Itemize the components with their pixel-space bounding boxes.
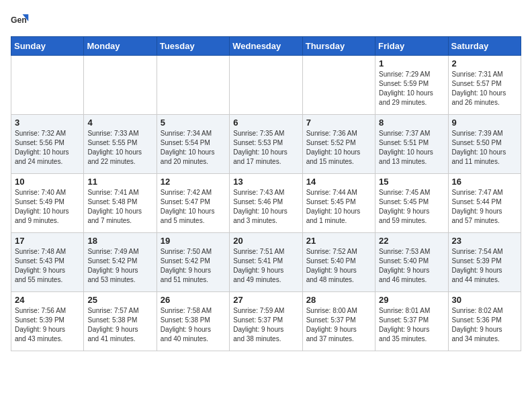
day-number: 17 [15,236,80,246]
day-info: Sunrise: 7:37 AM Sunset: 5:51 PM Dayligh… [379,129,444,167]
calendar-cell: 11Sunrise: 7:41 AM Sunset: 5:48 PM Dayli… [84,174,157,233]
day-number: 28 [306,295,371,305]
day-number: 19 [161,236,226,246]
calendar-cell [157,56,229,115]
day-info: Sunrise: 7:34 AM Sunset: 5:54 PM Dayligh… [161,129,226,167]
day-info: Sunrise: 8:00 AM Sunset: 5:37 PM Dayligh… [306,306,371,344]
day-info: Sunrise: 7:43 AM Sunset: 5:46 PM Dayligh… [233,188,298,226]
calendar-table: SundayMondayTuesdayWednesdayThursdayFrid… [11,36,521,351]
weekday-header: Sunday [11,37,84,56]
calendar-cell: 12Sunrise: 7:42 AM Sunset: 5:47 PM Dayli… [157,174,229,233]
page-header: Gen [11,11,521,30]
day-number: 12 [161,177,226,187]
day-info: Sunrise: 7:51 AM Sunset: 5:41 PM Dayligh… [233,247,298,285]
calendar-cell: 29Sunrise: 8:01 AM Sunset: 5:37 PM Dayli… [375,292,448,351]
day-info: Sunrise: 7:40 AM Sunset: 5:49 PM Dayligh… [15,188,80,226]
calendar-cell: 28Sunrise: 8:00 AM Sunset: 5:37 PM Dayli… [302,292,375,351]
svg-text:Gen: Gen [11,15,27,25]
calendar-cell: 25Sunrise: 7:57 AM Sunset: 5:38 PM Dayli… [84,292,157,351]
day-info: Sunrise: 7:42 AM Sunset: 5:47 PM Dayligh… [161,188,226,226]
calendar-week-row: 1Sunrise: 7:29 AM Sunset: 5:59 PM Daylig… [11,56,521,115]
day-number: 1 [379,58,444,68]
calendar-cell: 3Sunrise: 7:32 AM Sunset: 5:56 PM Daylig… [11,115,84,174]
day-info: Sunrise: 7:32 AM Sunset: 5:56 PM Dayligh… [15,129,80,167]
day-info: Sunrise: 7:54 AM Sunset: 5:39 PM Dayligh… [452,247,517,285]
calendar-body: 1Sunrise: 7:29 AM Sunset: 5:59 PM Daylig… [11,56,521,351]
calendar-cell [11,56,84,115]
logo: Gen [11,11,32,30]
day-number: 23 [452,236,517,246]
day-number: 14 [306,177,371,187]
calendar-cell: 20Sunrise: 7:51 AM Sunset: 5:41 PM Dayli… [230,233,302,292]
calendar-cell: 22Sunrise: 7:53 AM Sunset: 5:40 PM Dayli… [375,233,448,292]
day-number: 2 [452,58,517,68]
day-number: 6 [233,118,298,128]
day-info: Sunrise: 7:53 AM Sunset: 5:40 PM Dayligh… [379,247,444,285]
calendar-cell: 1Sunrise: 7:29 AM Sunset: 5:59 PM Daylig… [375,56,448,115]
weekday-header: Friday [375,37,448,56]
calendar-cell: 2Sunrise: 7:31 AM Sunset: 5:57 PM Daylig… [448,56,521,115]
day-info: Sunrise: 7:29 AM Sunset: 5:59 PM Dayligh… [379,70,444,107]
weekday-header: Tuesday [157,37,229,56]
day-info: Sunrise: 7:44 AM Sunset: 5:45 PM Dayligh… [306,188,371,226]
day-info: Sunrise: 7:59 AM Sunset: 5:37 PM Dayligh… [233,306,298,344]
day-info: Sunrise: 7:39 AM Sunset: 5:50 PM Dayligh… [452,129,517,167]
day-number: 20 [233,236,298,246]
day-number: 4 [87,118,152,128]
calendar-cell: 6Sunrise: 7:35 AM Sunset: 5:53 PM Daylig… [230,115,302,174]
calendar-week-row: 3Sunrise: 7:32 AM Sunset: 5:56 PM Daylig… [11,115,521,174]
day-number: 16 [452,177,517,187]
day-info: Sunrise: 7:35 AM Sunset: 5:53 PM Dayligh… [233,129,298,167]
day-number: 10 [15,177,80,187]
day-info: Sunrise: 8:02 AM Sunset: 5:36 PM Dayligh… [452,306,517,344]
day-info: Sunrise: 7:56 AM Sunset: 5:39 PM Dayligh… [15,306,80,344]
calendar-cell [302,56,375,115]
calendar-week-row: 24Sunrise: 7:56 AM Sunset: 5:39 PM Dayli… [11,292,521,351]
calendar-cell: 26Sunrise: 7:58 AM Sunset: 5:38 PM Dayli… [157,292,229,351]
day-info: Sunrise: 7:49 AM Sunset: 5:42 PM Dayligh… [87,247,152,285]
calendar-cell: 14Sunrise: 7:44 AM Sunset: 5:45 PM Dayli… [302,174,375,233]
calendar-cell [230,56,302,115]
day-number: 11 [87,177,152,187]
day-info: Sunrise: 7:41 AM Sunset: 5:48 PM Dayligh… [87,188,152,226]
day-info: Sunrise: 7:31 AM Sunset: 5:57 PM Dayligh… [452,70,517,107]
day-info: Sunrise: 7:57 AM Sunset: 5:38 PM Dayligh… [87,306,152,344]
calendar-cell: 8Sunrise: 7:37 AM Sunset: 5:51 PM Daylig… [375,115,448,174]
weekday-header: Wednesday [230,37,302,56]
day-number: 5 [161,118,226,128]
calendar-cell: 7Sunrise: 7:36 AM Sunset: 5:52 PM Daylig… [302,115,375,174]
day-info: Sunrise: 8:01 AM Sunset: 5:37 PM Dayligh… [379,306,444,344]
day-number: 3 [15,118,80,128]
day-number: 13 [233,177,298,187]
day-number: 15 [379,177,444,187]
day-number: 18 [87,236,152,246]
calendar-cell: 13Sunrise: 7:43 AM Sunset: 5:46 PM Dayli… [230,174,302,233]
calendar-cell: 23Sunrise: 7:54 AM Sunset: 5:39 PM Dayli… [448,233,521,292]
calendar-cell: 30Sunrise: 8:02 AM Sunset: 5:36 PM Dayli… [448,292,521,351]
day-info: Sunrise: 7:45 AM Sunset: 5:45 PM Dayligh… [379,188,444,226]
day-number: 7 [306,118,371,128]
day-info: Sunrise: 7:36 AM Sunset: 5:52 PM Dayligh… [306,129,371,167]
calendar-cell: 16Sunrise: 7:47 AM Sunset: 5:44 PM Dayli… [448,174,521,233]
day-number: 8 [379,118,444,128]
calendar-cell: 9Sunrise: 7:39 AM Sunset: 5:50 PM Daylig… [448,115,521,174]
day-number: 30 [452,295,517,305]
day-number: 9 [452,118,517,128]
weekday-header: Thursday [302,37,375,56]
day-info: Sunrise: 7:47 AM Sunset: 5:44 PM Dayligh… [452,188,517,226]
calendar-cell: 27Sunrise: 7:59 AM Sunset: 5:37 PM Dayli… [230,292,302,351]
calendar-cell: 19Sunrise: 7:50 AM Sunset: 5:42 PM Dayli… [157,233,229,292]
day-info: Sunrise: 7:48 AM Sunset: 5:43 PM Dayligh… [15,247,80,285]
day-number: 26 [161,295,226,305]
calendar-cell: 5Sunrise: 7:34 AM Sunset: 5:54 PM Daylig… [157,115,229,174]
day-number: 22 [379,236,444,246]
day-info: Sunrise: 7:52 AM Sunset: 5:40 PM Dayligh… [306,247,371,285]
calendar-week-row: 17Sunrise: 7:48 AM Sunset: 5:43 PM Dayli… [11,233,521,292]
calendar-cell: 4Sunrise: 7:33 AM Sunset: 5:55 PM Daylig… [84,115,157,174]
calendar-cell: 21Sunrise: 7:52 AM Sunset: 5:40 PM Dayli… [302,233,375,292]
calendar-cell: 10Sunrise: 7:40 AM Sunset: 5:49 PM Dayli… [11,174,84,233]
weekday-header: Monday [84,37,157,56]
calendar-cell: 18Sunrise: 7:49 AM Sunset: 5:42 PM Dayli… [84,233,157,292]
day-number: 25 [87,295,152,305]
calendar-cell: 17Sunrise: 7:48 AM Sunset: 5:43 PM Dayli… [11,233,84,292]
